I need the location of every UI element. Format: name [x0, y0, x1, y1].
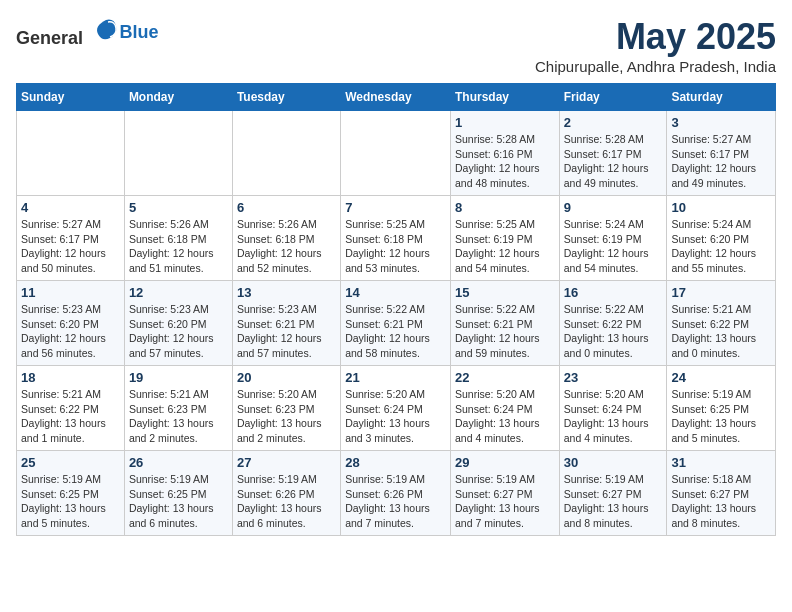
day-info: Sunrise: 5:21 AM Sunset: 6:22 PM Dayligh…: [21, 387, 120, 446]
day-info: Sunrise: 5:21 AM Sunset: 6:23 PM Dayligh…: [129, 387, 228, 446]
month-title: May 2025: [535, 16, 776, 58]
day-info: Sunrise: 5:25 AM Sunset: 6:19 PM Dayligh…: [455, 217, 555, 276]
day-cell: 7Sunrise: 5:25 AM Sunset: 6:18 PM Daylig…: [341, 196, 451, 281]
week-row-4: 18Sunrise: 5:21 AM Sunset: 6:22 PM Dayli…: [17, 366, 776, 451]
day-number: 16: [564, 285, 663, 300]
weekday-header-friday: Friday: [559, 84, 667, 111]
day-info: Sunrise: 5:23 AM Sunset: 6:20 PM Dayligh…: [129, 302, 228, 361]
day-cell: [17, 111, 125, 196]
day-number: 8: [455, 200, 555, 215]
logo-text-general: General: [16, 28, 83, 48]
day-info: Sunrise: 5:25 AM Sunset: 6:18 PM Dayligh…: [345, 217, 446, 276]
day-number: 5: [129, 200, 228, 215]
day-cell: [232, 111, 340, 196]
day-info: Sunrise: 5:19 AM Sunset: 6:26 PM Dayligh…: [345, 472, 446, 531]
day-number: 11: [21, 285, 120, 300]
day-number: 6: [237, 200, 336, 215]
day-cell: 24Sunrise: 5:19 AM Sunset: 6:25 PM Dayli…: [667, 366, 776, 451]
day-cell: 25Sunrise: 5:19 AM Sunset: 6:25 PM Dayli…: [17, 451, 125, 536]
day-info: Sunrise: 5:24 AM Sunset: 6:20 PM Dayligh…: [671, 217, 771, 276]
day-number: 23: [564, 370, 663, 385]
day-cell: 30Sunrise: 5:19 AM Sunset: 6:27 PM Dayli…: [559, 451, 667, 536]
day-number: 17: [671, 285, 771, 300]
weekday-header-row: SundayMondayTuesdayWednesdayThursdayFrid…: [17, 84, 776, 111]
day-info: Sunrise: 5:26 AM Sunset: 6:18 PM Dayligh…: [237, 217, 336, 276]
day-info: Sunrise: 5:19 AM Sunset: 6:25 PM Dayligh…: [21, 472, 120, 531]
day-info: Sunrise: 5:28 AM Sunset: 6:16 PM Dayligh…: [455, 132, 555, 191]
logo: General Blue: [16, 16, 159, 49]
day-info: Sunrise: 5:26 AM Sunset: 6:18 PM Dayligh…: [129, 217, 228, 276]
day-info: Sunrise: 5:22 AM Sunset: 6:22 PM Dayligh…: [564, 302, 663, 361]
day-info: Sunrise: 5:22 AM Sunset: 6:21 PM Dayligh…: [455, 302, 555, 361]
day-cell: [124, 111, 232, 196]
day-number: 20: [237, 370, 336, 385]
day-cell: 23Sunrise: 5:20 AM Sunset: 6:24 PM Dayli…: [559, 366, 667, 451]
logo-text-blue: Blue: [120, 22, 159, 42]
day-info: Sunrise: 5:20 AM Sunset: 6:24 PM Dayligh…: [345, 387, 446, 446]
weekday-header-saturday: Saturday: [667, 84, 776, 111]
day-cell: 26Sunrise: 5:19 AM Sunset: 6:25 PM Dayli…: [124, 451, 232, 536]
day-number: 21: [345, 370, 446, 385]
weekday-header-monday: Monday: [124, 84, 232, 111]
day-cell: 5Sunrise: 5:26 AM Sunset: 6:18 PM Daylig…: [124, 196, 232, 281]
day-number: 24: [671, 370, 771, 385]
day-info: Sunrise: 5:20 AM Sunset: 6:24 PM Dayligh…: [564, 387, 663, 446]
day-cell: 2Sunrise: 5:28 AM Sunset: 6:17 PM Daylig…: [559, 111, 667, 196]
day-number: 25: [21, 455, 120, 470]
day-info: Sunrise: 5:21 AM Sunset: 6:22 PM Dayligh…: [671, 302, 771, 361]
day-cell: 27Sunrise: 5:19 AM Sunset: 6:26 PM Dayli…: [232, 451, 340, 536]
day-info: Sunrise: 5:24 AM Sunset: 6:19 PM Dayligh…: [564, 217, 663, 276]
day-cell: 6Sunrise: 5:26 AM Sunset: 6:18 PM Daylig…: [232, 196, 340, 281]
day-cell: 28Sunrise: 5:19 AM Sunset: 6:26 PM Dayli…: [341, 451, 451, 536]
day-cell: 31Sunrise: 5:18 AM Sunset: 6:27 PM Dayli…: [667, 451, 776, 536]
logo-icon: [92, 16, 120, 44]
day-number: 3: [671, 115, 771, 130]
day-info: Sunrise: 5:23 AM Sunset: 6:20 PM Dayligh…: [21, 302, 120, 361]
day-cell: 22Sunrise: 5:20 AM Sunset: 6:24 PM Dayli…: [450, 366, 559, 451]
day-cell: 8Sunrise: 5:25 AM Sunset: 6:19 PM Daylig…: [450, 196, 559, 281]
day-number: 13: [237, 285, 336, 300]
day-cell: 4Sunrise: 5:27 AM Sunset: 6:17 PM Daylig…: [17, 196, 125, 281]
day-info: Sunrise: 5:19 AM Sunset: 6:25 PM Dayligh…: [129, 472, 228, 531]
week-row-5: 25Sunrise: 5:19 AM Sunset: 6:25 PM Dayli…: [17, 451, 776, 536]
day-number: 29: [455, 455, 555, 470]
weekday-header-sunday: Sunday: [17, 84, 125, 111]
day-number: 12: [129, 285, 228, 300]
day-number: 28: [345, 455, 446, 470]
day-cell: 9Sunrise: 5:24 AM Sunset: 6:19 PM Daylig…: [559, 196, 667, 281]
day-cell: 11Sunrise: 5:23 AM Sunset: 6:20 PM Dayli…: [17, 281, 125, 366]
week-row-3: 11Sunrise: 5:23 AM Sunset: 6:20 PM Dayli…: [17, 281, 776, 366]
weekday-header-wednesday: Wednesday: [341, 84, 451, 111]
day-cell: 12Sunrise: 5:23 AM Sunset: 6:20 PM Dayli…: [124, 281, 232, 366]
day-number: 27: [237, 455, 336, 470]
day-info: Sunrise: 5:27 AM Sunset: 6:17 PM Dayligh…: [671, 132, 771, 191]
day-cell: 15Sunrise: 5:22 AM Sunset: 6:21 PM Dayli…: [450, 281, 559, 366]
day-number: 9: [564, 200, 663, 215]
day-cell: [341, 111, 451, 196]
day-cell: 10Sunrise: 5:24 AM Sunset: 6:20 PM Dayli…: [667, 196, 776, 281]
weekday-header-tuesday: Tuesday: [232, 84, 340, 111]
day-number: 10: [671, 200, 771, 215]
day-number: 2: [564, 115, 663, 130]
day-info: Sunrise: 5:19 AM Sunset: 6:27 PM Dayligh…: [564, 472, 663, 531]
day-cell: 17Sunrise: 5:21 AM Sunset: 6:22 PM Dayli…: [667, 281, 776, 366]
day-cell: 3Sunrise: 5:27 AM Sunset: 6:17 PM Daylig…: [667, 111, 776, 196]
day-number: 22: [455, 370, 555, 385]
day-number: 31: [671, 455, 771, 470]
day-info: Sunrise: 5:22 AM Sunset: 6:21 PM Dayligh…: [345, 302, 446, 361]
day-cell: 18Sunrise: 5:21 AM Sunset: 6:22 PM Dayli…: [17, 366, 125, 451]
week-row-1: 1Sunrise: 5:28 AM Sunset: 6:16 PM Daylig…: [17, 111, 776, 196]
day-cell: 14Sunrise: 5:22 AM Sunset: 6:21 PM Dayli…: [341, 281, 451, 366]
day-cell: 1Sunrise: 5:28 AM Sunset: 6:16 PM Daylig…: [450, 111, 559, 196]
day-cell: 13Sunrise: 5:23 AM Sunset: 6:21 PM Dayli…: [232, 281, 340, 366]
day-cell: 21Sunrise: 5:20 AM Sunset: 6:24 PM Dayli…: [341, 366, 451, 451]
day-number: 26: [129, 455, 228, 470]
day-number: 7: [345, 200, 446, 215]
week-row-2: 4Sunrise: 5:27 AM Sunset: 6:17 PM Daylig…: [17, 196, 776, 281]
day-info: Sunrise: 5:28 AM Sunset: 6:17 PM Dayligh…: [564, 132, 663, 191]
day-number: 14: [345, 285, 446, 300]
day-cell: 29Sunrise: 5:19 AM Sunset: 6:27 PM Dayli…: [450, 451, 559, 536]
day-number: 18: [21, 370, 120, 385]
day-info: Sunrise: 5:23 AM Sunset: 6:21 PM Dayligh…: [237, 302, 336, 361]
location-title: Chipurupalle, Andhra Pradesh, India: [535, 58, 776, 75]
